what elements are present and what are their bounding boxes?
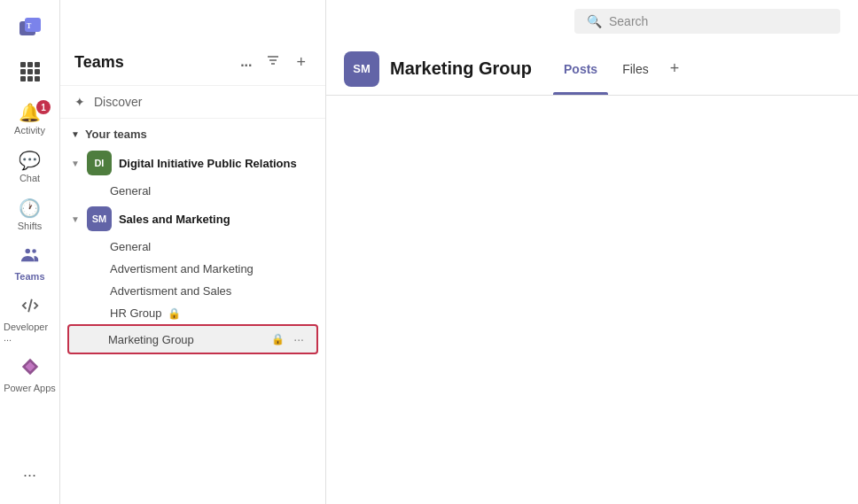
sidebar-item-power-apps[interactable]: Power Apps [0,350,59,400]
chevron-down-icon: ▼ [71,129,80,139]
teams-panel: Teams ... + ✦ Discover ▼ [60,0,326,504]
filter-button[interactable] [262,50,284,74]
chat-icon: 💬 [19,150,41,171]
rail-more-button[interactable]: ··· [0,459,59,492]
activity-badge: 1 [36,100,51,114]
your-teams-section: ▼ Your teams ▼ DI Digital Initiative Pub… [60,119,325,354]
power-apps-label: Power Apps [4,383,56,393]
chat-label: Chat [20,173,40,183]
lock-icon-hr: 🔒 [168,307,181,320]
more-icon: ··· [23,466,36,485]
add-tab-button[interactable]: + [663,56,687,81]
svg-point-3 [25,249,30,254]
search-icon: 🔍 [587,14,602,28]
developer-icon [20,296,40,320]
search-placeholder: Search [609,14,648,28]
teams-icon [20,245,40,269]
team-di-header[interactable]: ▼ DI Digital Initiative Public Relations [60,146,325,180]
sidebar-item-chat[interactable]: 💬 Chat [0,143,59,190]
tab-files[interactable]: Files [612,43,659,95]
main-body [326,96,858,504]
discover-sparkle-icon: ✦ [74,95,85,109]
channel-sm-adv-sales[interactable]: Advertisment and Sales [60,280,325,302]
sidebar-item-developer[interactable]: Developer ... [0,289,59,350]
channel-sm-hr-group[interactable]: HR Group 🔒 [60,302,325,324]
team-di-avatar: DI [87,151,112,175]
lock-icon-marketing: 🔒 [271,333,285,345]
channel-sm-general[interactable]: General [60,236,325,258]
search-bar[interactable]: 🔍 Search [574,9,840,34]
svg-text:T: T [27,22,32,30]
team-sm-name: Sales and Marketing [119,213,311,226]
teams-panel-header: Teams ... + [60,43,325,86]
icon-rail: T 🔔 Activity 1 💬 C [0,0,60,504]
waffle-icon[interactable] [0,55,59,91]
svg-point-4 [32,249,36,253]
tabs: Posts Files + [553,43,840,95]
activity-label: Activity [14,125,45,136]
team-sm-channels: General Advertisment and Marketing Adver… [60,236,325,354]
teams-panel-actions: ... + [237,50,311,74]
channel-sm-marketing-group[interactable]: Marketing Group 🔒 ··· [67,324,318,354]
discover-label: Discover [94,95,142,109]
sidebar-item-activity[interactable]: 🔔 Activity 1 [0,95,59,143]
channel-di-general[interactable]: General [60,180,325,202]
team-sm-avatar: SM [87,206,112,231]
team-digital-initiative: ▼ DI Digital Initiative Public Relations… [60,146,325,202]
teams-panel-title: Teams [74,53,124,72]
tab-posts[interactable]: Posts [553,43,608,95]
chevron-right-icon: ▼ [71,159,80,168]
main-content: SM Marketing Group Posts Files + [326,0,858,504]
your-teams-label: Your teams [85,128,147,141]
main-header: SM Marketing Group Posts Files + [326,43,858,96]
more-options-button[interactable]: ... [237,50,255,74]
add-team-button[interactable]: + [291,50,311,74]
sidebar-item-shifts[interactable]: 🕐 Shifts [0,190,59,238]
group-avatar: SM [344,51,379,87]
channel-sm-adv-marketing[interactable]: Advertisment and Marketing [60,258,325,280]
developer-label: Developer ... [4,322,56,343]
shifts-icon: 🕐 [19,198,41,219]
teams-label: Teams [14,271,44,282]
sidebar-item-teams[interactable]: Teams [0,238,59,289]
discover-row[interactable]: ✦ Discover [60,86,325,119]
power-apps-icon [20,357,40,381]
chevron-down-sm-icon: ▼ [71,214,80,224]
shifts-label: Shifts [18,221,43,231]
app-logo[interactable]: T [14,12,46,44]
team-sales-marketing: ▼ SM Sales and Marketing General Adverti… [60,202,325,354]
team-di-name: Digital Initiative Public Relations [119,157,311,170]
team-di-channels: General [60,180,325,202]
team-sm-header[interactable]: ▼ SM Sales and Marketing [60,202,325,236]
group-name: Marketing Group [390,58,532,79]
channel-more-options[interactable]: ··· [290,330,308,348]
your-teams-header[interactable]: ▼ Your teams [60,119,325,146]
